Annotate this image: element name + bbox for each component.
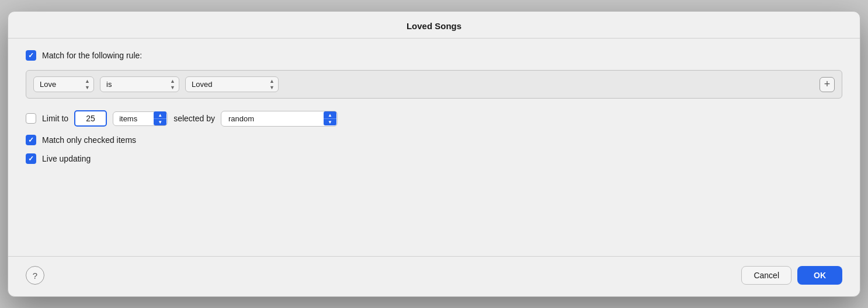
limit-input[interactable] xyxy=(74,110,107,127)
rules-area: Love Artist Album Genre Rating Play Coun… xyxy=(26,70,842,99)
dialog: Loved Songs ✓ Match for the following ru… xyxy=(8,11,860,297)
options-section: Limit to items MB GB minutes hours ▲ ▼ xyxy=(26,110,842,164)
operator-select[interactable]: is is not contains does not contain xyxy=(100,76,179,92)
help-icon: ? xyxy=(33,271,37,281)
match-rule-label: Match for the following rule: xyxy=(42,51,142,60)
dialog-body: ✓ Match for the following rule: Love Art… xyxy=(8,38,860,256)
value-select[interactable]: Loved Not Loved Liked xyxy=(185,76,279,92)
match-rule-checkbox[interactable]: ✓ xyxy=(26,50,36,61)
limit-row: Limit to items MB GB minutes hours ▲ ▼ xyxy=(26,110,842,127)
match-checked-row: ✓ Match only checked items xyxy=(26,135,842,145)
help-button[interactable]: ? xyxy=(26,266,44,285)
cancel-button[interactable]: Cancel xyxy=(741,266,791,285)
limit-checkbox[interactable] xyxy=(26,113,36,124)
live-updating-row: ✓ Live updating xyxy=(26,153,842,164)
value-select-wrapper: Loved Not Loved Liked ▲ ▼ xyxy=(185,76,279,92)
match-checked-label: Match only checked items xyxy=(42,135,136,145)
field-select-wrapper: Love Artist Album Genre Rating Play Coun… xyxy=(33,76,94,92)
add-rule-button[interactable]: + xyxy=(820,77,835,92)
operator-select-wrapper: is is not contains does not contain ▲ ▼ xyxy=(100,76,179,92)
random-stepper-wrapper: random most recently played least recent… xyxy=(221,111,338,127)
plus-icon: + xyxy=(824,78,831,90)
live-updating-checkmark: ✓ xyxy=(28,155,34,163)
titlebar: Loved Songs xyxy=(8,12,860,38)
match-rule-row: ✓ Match for the following rule: xyxy=(26,50,842,61)
match-checked-checkbox[interactable]: ✓ xyxy=(26,135,36,145)
items-stepper-wrapper: items MB GB minutes hours ▲ ▼ xyxy=(113,111,168,126)
ok-button[interactable]: OK xyxy=(797,266,842,285)
dialog-title: Loved Songs xyxy=(407,21,461,31)
selected-by-label: selected by xyxy=(173,114,215,123)
rule-row: Love Artist Album Genre Rating Play Coun… xyxy=(33,76,835,92)
footer-buttons: Cancel OK xyxy=(741,266,842,285)
dialog-footer: ? Cancel OK xyxy=(8,256,860,296)
random-select[interactable]: random most recently played least recent… xyxy=(221,111,338,127)
live-updating-checkbox[interactable]: ✓ xyxy=(26,153,36,164)
items-unit-select[interactable]: items MB GB minutes hours xyxy=(113,111,168,126)
field-select[interactable]: Love Artist Album Genre Rating Play Coun… xyxy=(33,76,94,92)
live-updating-label: Live updating xyxy=(42,154,91,163)
limit-label: Limit to xyxy=(42,114,68,123)
checkmark-icon: ✓ xyxy=(28,51,34,60)
match-checked-checkmark: ✓ xyxy=(28,136,34,144)
